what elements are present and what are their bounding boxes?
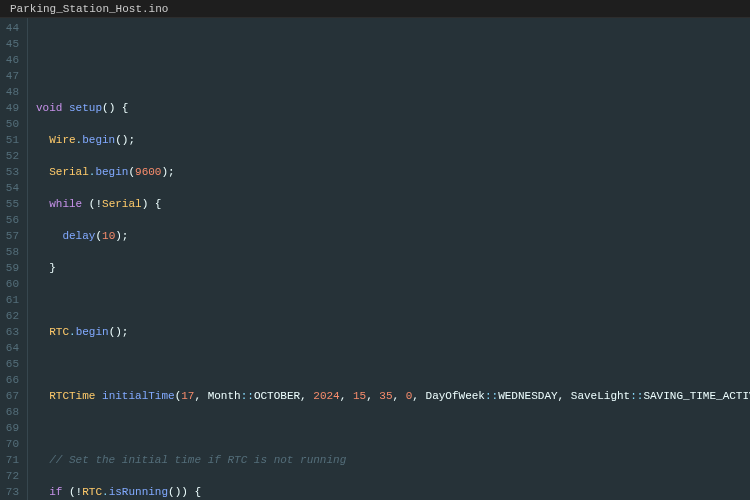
code-line: void setup() { xyxy=(36,100,750,116)
line-number: 71 xyxy=(4,452,19,468)
line-number: 72 xyxy=(4,468,19,484)
code-line: RTC.begin(); xyxy=(36,324,750,340)
code-editor[interactable]: 4445464748495051525354555657585960616263… xyxy=(0,18,750,500)
tab-bar: Parking_Station_Host.ino xyxy=(0,0,750,18)
line-number: 65 xyxy=(4,356,19,372)
code-line: Serial.begin(9600); xyxy=(36,164,750,180)
line-number: 52 xyxy=(4,148,19,164)
code-line: if (!RTC.isRunning()) { xyxy=(36,484,750,500)
line-number: 47 xyxy=(4,68,19,84)
line-number: 60 xyxy=(4,276,19,292)
line-number: 62 xyxy=(4,308,19,324)
code-line: delay(10); xyxy=(36,228,750,244)
line-number: 61 xyxy=(4,292,19,308)
line-number: 56 xyxy=(4,212,19,228)
line-number: 55 xyxy=(4,196,19,212)
line-number: 59 xyxy=(4,260,19,276)
line-number: 57 xyxy=(4,228,19,244)
line-number: 67 xyxy=(4,388,19,404)
line-number: 54 xyxy=(4,180,19,196)
line-number: 51 xyxy=(4,132,19,148)
line-number: 44 xyxy=(4,20,19,36)
line-number: 68 xyxy=(4,404,19,420)
code-line: // Set the initial time if RTC is not ru… xyxy=(36,452,750,468)
file-tab[interactable]: Parking_Station_Host.ino xyxy=(0,0,179,17)
code-line: } xyxy=(36,260,750,276)
code-line: while (!Serial) { xyxy=(36,196,750,212)
code-line xyxy=(36,420,750,436)
line-number: 73 xyxy=(4,484,19,500)
code-area[interactable]: void setup() { Wire.begin(); Serial.begi… xyxy=(28,18,750,500)
code-line xyxy=(36,356,750,372)
line-number: 63 xyxy=(4,324,19,340)
line-number: 70 xyxy=(4,436,19,452)
line-number: 50 xyxy=(4,116,19,132)
code-line xyxy=(36,68,750,84)
line-number: 58 xyxy=(4,244,19,260)
code-line xyxy=(36,292,750,308)
line-number: 45 xyxy=(4,36,19,52)
line-number: 48 xyxy=(4,84,19,100)
line-number: 49 xyxy=(4,100,19,116)
line-number: 66 xyxy=(4,372,19,388)
line-gutter: 4445464748495051525354555657585960616263… xyxy=(0,18,28,500)
code-line: Wire.begin(); xyxy=(36,132,750,148)
line-number: 46 xyxy=(4,52,19,68)
line-number: 53 xyxy=(4,164,19,180)
line-number: 64 xyxy=(4,340,19,356)
line-number: 69 xyxy=(4,420,19,436)
code-line: RTCTime initialTime(17, Month::OCTOBER, … xyxy=(36,388,750,404)
code-line xyxy=(36,36,750,52)
